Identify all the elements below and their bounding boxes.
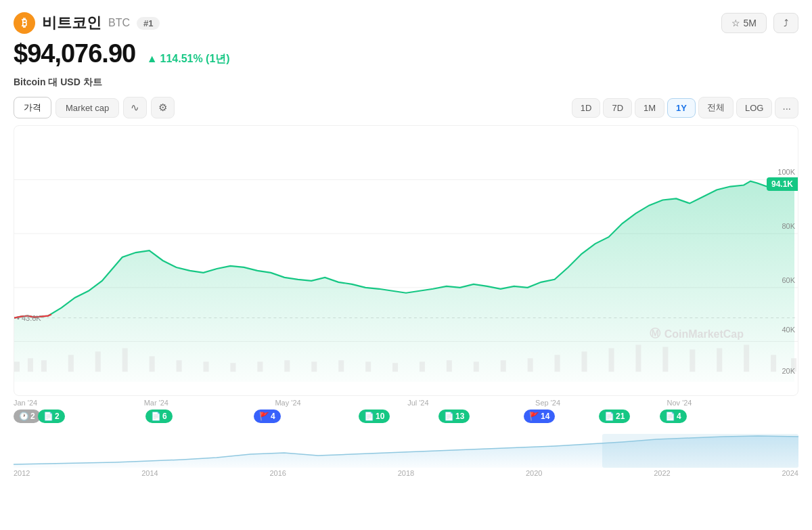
svg-rect-19 <box>365 361 371 372</box>
event-badge-6[interactable]: 📄13 <box>438 410 470 423</box>
svg-rect-13 <box>204 361 209 372</box>
svg-rect-22 <box>447 360 452 372</box>
svg-rect-6 <box>28 358 33 372</box>
time-1m[interactable]: 1M <box>635 98 664 118</box>
svg-rect-20 <box>392 363 398 372</box>
page-header: ₿ 비트코인 BTC #1 ☆ 5M ⤴ <box>0 0 812 38</box>
time-all[interactable]: 전체 <box>698 97 734 118</box>
event-badge-4[interactable]: 🚩4 <box>254 410 281 423</box>
chart-type-controls: 가격 Market cap ∿ ⚙ <box>14 97 175 118</box>
tab-marketcap[interactable]: Market cap <box>55 98 119 118</box>
year-2016: 2016 <box>270 469 286 477</box>
x-label-nov: Nov '24 <box>667 399 692 407</box>
event-badge-5[interactable]: 📄10 <box>359 410 390 423</box>
svg-rect-29 <box>635 345 641 372</box>
doc-icon: 📄 <box>151 412 161 421</box>
time-controls: 1D 7D 1M 1Y 전체 LOG ··· <box>572 97 798 118</box>
event-badge-1[interactable]: 🕐2 <box>14 410 41 423</box>
watermark-icon: Ⓜ <box>650 327 660 341</box>
y-label-40k: 40K <box>782 326 795 334</box>
y-label-43k: • 43.6K <box>17 314 41 322</box>
watchlist-count: 5M <box>744 18 757 28</box>
event-badges-row: 🕐2 📄2 📄6 🚩4 📄10 📄13 🚩14 📄21 📄4 <box>14 410 798 434</box>
change-pct: 114.51% (1년) <box>160 52 229 66</box>
doc-icon: 📄 <box>444 412 454 421</box>
event-badge-3[interactable]: 📄6 <box>145 410 173 423</box>
coin-symbol: BTC <box>108 17 130 29</box>
watermark-text: CoinMarketCap <box>664 328 744 340</box>
mini-chart-svg <box>14 434 798 468</box>
svg-rect-8 <box>68 355 74 372</box>
star-icon: ☆ <box>731 18 740 28</box>
svg-rect-18 <box>338 360 344 372</box>
svg-rect-28 <box>608 348 614 372</box>
share-button[interactable]: ⤴ <box>773 13 798 33</box>
share-icon: ⤴ <box>784 18 788 28</box>
time-1d[interactable]: 1D <box>572 98 601 118</box>
coin-info: ₿ 비트코인 BTC #1 <box>14 12 160 34</box>
svg-rect-23 <box>474 361 479 372</box>
flag-icon: 🚩 <box>529 412 539 421</box>
clock-icon: 🕐 <box>19 412 29 421</box>
svg-rect-9 <box>95 351 101 372</box>
year-2022: 2022 <box>654 469 670 477</box>
svg-rect-36 <box>602 434 798 468</box>
svg-rect-32 <box>717 348 722 372</box>
current-price: $94,076.90 <box>14 39 135 68</box>
svg-rect-7 <box>41 360 47 372</box>
svg-rect-27 <box>582 351 587 372</box>
price-change: ▲ 114.51% (1년) <box>147 52 230 66</box>
header-actions: ☆ 5M ⤴ <box>721 13 798 33</box>
svg-rect-33 <box>744 345 749 372</box>
mini-chart <box>0 434 812 468</box>
y-label-20k: 20K <box>782 367 795 375</box>
year-2012: 2012 <box>14 469 30 477</box>
price-chart: • 43.6K 100K 80K 60K 40K 20K 94.1K Ⓜ Coi… <box>14 125 798 396</box>
coin-name: 비트코인 <box>42 13 102 33</box>
svg-rect-14 <box>230 363 235 372</box>
watchlist-button[interactable]: ☆ 5M <box>721 13 767 33</box>
price-section: $94,076.90 ▲ 114.51% (1년) <box>0 38 812 71</box>
svg-rect-34 <box>771 355 776 372</box>
tab-price[interactable]: 가격 <box>14 97 51 118</box>
svg-rect-24 <box>501 360 506 372</box>
year-2018: 2018 <box>398 469 414 477</box>
doc-icon: 📄 <box>604 412 614 421</box>
year-2020: 2020 <box>526 469 542 477</box>
bottom-axis: 2012 2014 2016 2018 2020 2022 2024 <box>0 468 812 477</box>
svg-rect-12 <box>177 360 182 372</box>
x-label-sep: Sep '24 <box>535 399 560 407</box>
svg-rect-25 <box>528 358 533 372</box>
time-log[interactable]: LOG <box>736 98 772 118</box>
event-badge-8[interactable]: 📄21 <box>599 410 630 423</box>
x-axis-labels: Jan '24 Mar '24 May '24 Jul '24 Sep '24 … <box>0 396 812 407</box>
line-chart-button[interactable]: ∿ <box>123 97 147 118</box>
candle-chart-button[interactable]: ⚙ <box>151 97 175 118</box>
doc-icon: 📄 <box>665 412 675 421</box>
more-options-button[interactable]: ··· <box>775 97 798 118</box>
svg-rect-5 <box>14 361 20 372</box>
svg-rect-17 <box>311 361 317 372</box>
svg-rect-10 <box>122 348 128 372</box>
svg-rect-11 <box>150 356 155 372</box>
year-2024: 2024 <box>782 469 798 477</box>
x-label-mar: Mar '24 <box>144 399 168 407</box>
chart-title: Bitcoin 대 USD 차트 <box>0 71 812 93</box>
x-label-jan: Jan '24 <box>14 399 37 407</box>
doc-icon: 📄 <box>364 412 374 421</box>
x-label-may: May '24 <box>275 399 300 407</box>
doc-icon: 📄 <box>43 412 53 421</box>
y-label-60k: 60K <box>782 276 795 284</box>
x-label-jul: Jul '24 <box>407 399 428 407</box>
svg-rect-30 <box>662 347 668 372</box>
chart-svg <box>14 126 798 395</box>
svg-rect-16 <box>284 360 290 372</box>
event-badge-9[interactable]: 📄4 <box>660 410 687 423</box>
svg-rect-15 <box>257 361 263 372</box>
event-badge-7[interactable]: 🚩14 <box>524 410 555 423</box>
time-7d[interactable]: 7D <box>603 98 632 118</box>
event-badge-2[interactable]: 📄2 <box>38 410 65 423</box>
time-1y[interactable]: 1Y <box>667 98 696 118</box>
btc-icon: ₿ <box>14 12 35 34</box>
year-2014: 2014 <box>141 469 158 477</box>
